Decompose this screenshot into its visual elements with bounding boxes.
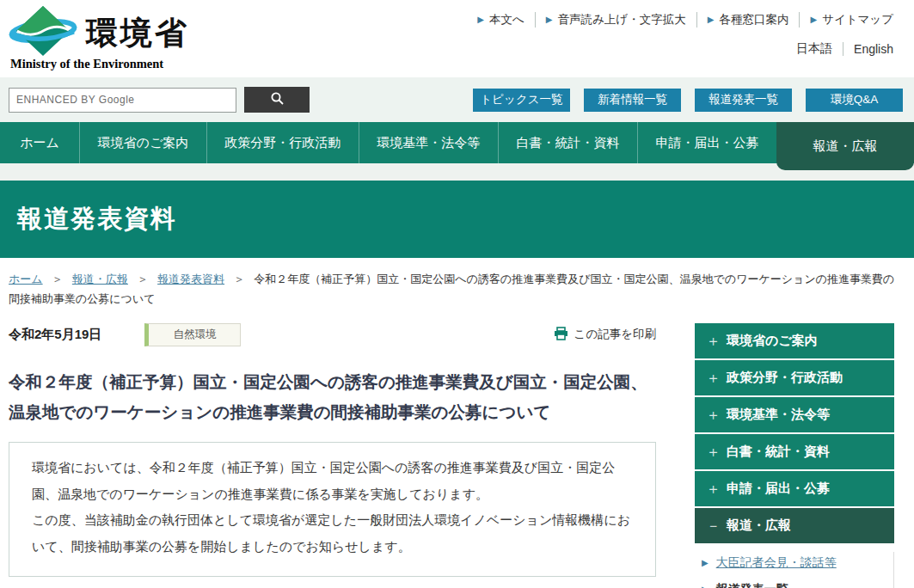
breadcrumb-link-press[interactable]: 報道・広報 <box>72 273 128 285</box>
search-bar: トピックス一覧 新着情報一覧 報道発表一覧 環境Q&A <box>0 77 914 122</box>
nav-item-applications[interactable]: 申請・届出・公募 <box>637 122 776 163</box>
article-body: 環境省においては、令和２年度（補正予算）国立・国定公園への誘客の推進事業費及び国… <box>9 442 656 577</box>
sidebar-item-applications[interactable]: ＋ 申請・届出・公募 <box>695 471 894 506</box>
sidebar: ＋ 環境省のご案内 ＋ 政策分野・行政活動 ＋ 環境基準・法令等 ＋ 白書・統計… <box>695 323 894 588</box>
breadcrumb-separator: ＞ <box>52 273 63 285</box>
global-nav: ホーム 環境省のご案内 政策分野・行政活動 環境基準・法令等 白書・統計・資料 … <box>0 122 914 163</box>
utility-nav: ▶ 本文へ ▶ 音声読み上げ・文字拡大 ▶ 各種窓口案内 ▶ サイトマップ <box>467 12 904 28</box>
utility-link-accessibility[interactable]: ▶ 音声読み上げ・文字拡大 <box>535 12 696 28</box>
sidebar-item-whitepapers[interactable]: ＋ 白書・統計・資料 <box>695 434 894 469</box>
arrow-right-icon: ▶ <box>546 15 553 24</box>
plus-icon: ＋ <box>706 442 727 462</box>
minus-icon: － <box>706 516 727 536</box>
article-meta-row: 令和2年5月19日 自然環境 この記事を印刷 <box>9 323 656 346</box>
search-button[interactable] <box>244 87 310 113</box>
sidebar-item-press[interactable]: － 報道・広報 <box>695 508 894 543</box>
nav-item-about[interactable]: 環境省のご案内 <box>79 122 206 163</box>
utility-link-label: サイトマップ <box>822 12 893 28</box>
quick-link-press-releases[interactable]: 報道発表一覧 <box>695 89 792 112</box>
printer-icon <box>554 327 568 343</box>
sidebar-item-label: 環境基準・法令等 <box>727 407 830 423</box>
nav-item-home[interactable]: ホーム <box>0 122 79 163</box>
article-paragraph: この度、当該補助金の執行団体として環境省が選定した一般財団法人環境イノベーション… <box>32 507 633 560</box>
quick-link-topics[interactable]: トピックス一覧 <box>473 89 570 112</box>
utility-link-label: 音声読み上げ・文字拡大 <box>558 12 686 28</box>
page-banner: 報道発表資料 <box>0 181 914 258</box>
breadcrumb-link-home[interactable]: ホーム <box>9 273 43 285</box>
article: 令和2年5月19日 自然環境 この記事を印刷 令和２年度（補正予算）国立・国定公… <box>9 323 656 577</box>
arrow-right-icon: ▶ <box>477 15 484 24</box>
submenu-item-press-release-list[interactable]: ▶ 報道発表一覧 <box>702 582 893 588</box>
arrow-right-icon: ▶ <box>708 15 715 24</box>
moe-logo[interactable]: 環境省 Ministry of the Environment <box>9 5 292 71</box>
search-input[interactable] <box>9 88 236 113</box>
page-title: 報道発表資料 <box>17 202 177 236</box>
plus-icon: ＋ <box>706 368 727 388</box>
utility-link-label: 各種窓口案内 <box>719 12 788 28</box>
utility-link-sitemap[interactable]: ▶ サイトマップ <box>799 12 904 28</box>
quick-links: トピックス一覧 新着情報一覧 報道発表一覧 環境Q&A <box>473 89 903 112</box>
breadcrumb-link-press-materials[interactable]: 報道発表資料 <box>157 273 224 285</box>
sidebar-item-standards[interactable]: ＋ 環境基準・法令等 <box>695 397 894 432</box>
sidebar-item-policy[interactable]: ＋ 政策分野・行政活動 <box>695 360 894 395</box>
submenu-link-label: 報道発表一覧 <box>716 582 788 588</box>
moe-logo-mark-icon <box>9 5 77 62</box>
sidebar-item-label: 政策分野・行政活動 <box>727 370 843 386</box>
utility-link-label: 本文へ <box>489 12 524 28</box>
sidebar-item-label: 報道・広報 <box>727 518 791 534</box>
lang-japanese[interactable]: 日本語 <box>786 41 843 57</box>
content-area: 令和2年5月19日 自然環境 この記事を印刷 令和２年度（補正予算）国立・国定公… <box>0 315 914 588</box>
sidebar-item-label: 申請・届出・公募 <box>727 481 830 497</box>
article-title: 令和２年度（補正予算）国立・国定公園への誘客の推進事業費及び国立・国定公園、温泉… <box>9 367 656 427</box>
sidebar-item-label: 環境省のご案内 <box>727 333 818 349</box>
print-link[interactable]: この記事を印刷 <box>554 327 656 343</box>
print-label: この記事を印刷 <box>574 327 656 342</box>
breadcrumb-separator: ＞ <box>137 273 148 285</box>
sidebar-submenu: ▶ 大臣記者会見・談話等 ▶ 報道発表一覧 <box>695 552 894 588</box>
submenu-link-label: 大臣記者会見・談話等 <box>716 555 837 571</box>
sidebar-item-label: 白書・統計・資料 <box>727 444 830 460</box>
article-paragraph: 環境省においては、令和２年度（補正予算）国立・国定公園への誘客の推進事業費及び国… <box>32 455 633 508</box>
arrow-right-icon: ▶ <box>810 15 817 24</box>
article-date: 令和2年5月19日 <box>9 327 101 343</box>
breadcrumb: ホーム ＞ 報道・広報 ＞ 報道発表資料 ＞ 令和２年度（補正予算）国立・国定公… <box>0 258 914 315</box>
lang-english[interactable]: English <box>843 42 904 56</box>
nav-item-press[interactable]: 報道・広報 <box>776 122 914 170</box>
breadcrumb-separator: ＞ <box>234 273 245 285</box>
logo-subtitle: Ministry of the Environment <box>10 57 292 71</box>
sidebar-item-about[interactable]: ＋ 環境省のご案内 <box>695 323 894 358</box>
arrow-right-icon: ▶ <box>702 559 709 567</box>
site-header: 環境省 Ministry of the Environment ▶ 本文へ ▶ … <box>0 0 914 77</box>
plus-icon: ＋ <box>706 479 727 499</box>
category-badge[interactable]: 自然環境 <box>144 323 241 346</box>
plus-icon: ＋ <box>706 405 727 425</box>
plus-icon: ＋ <box>706 331 727 351</box>
submenu-item-minister-press-conference[interactable]: ▶ 大臣記者会見・談話等 <box>702 555 893 571</box>
utility-link-skip[interactable]: ▶ 本文へ <box>467 12 535 28</box>
nav-item-policy[interactable]: 政策分野・行政活動 <box>206 122 359 163</box>
nav-item-standards[interactable]: 環境基準・法令等 <box>359 122 498 163</box>
utility-link-contact[interactable]: ▶ 各種窓口案内 <box>696 12 800 28</box>
quick-link-whats-new[interactable]: 新着情報一覧 <box>584 89 681 112</box>
language-switcher: 日本語 English <box>786 41 904 57</box>
quick-link-qa[interactable]: 環境Q&A <box>806 89 903 112</box>
logo-title: 環境省 <box>86 12 189 55</box>
nav-item-whitepapers[interactable]: 白書・統計・資料 <box>498 122 637 163</box>
search-icon <box>270 91 285 108</box>
